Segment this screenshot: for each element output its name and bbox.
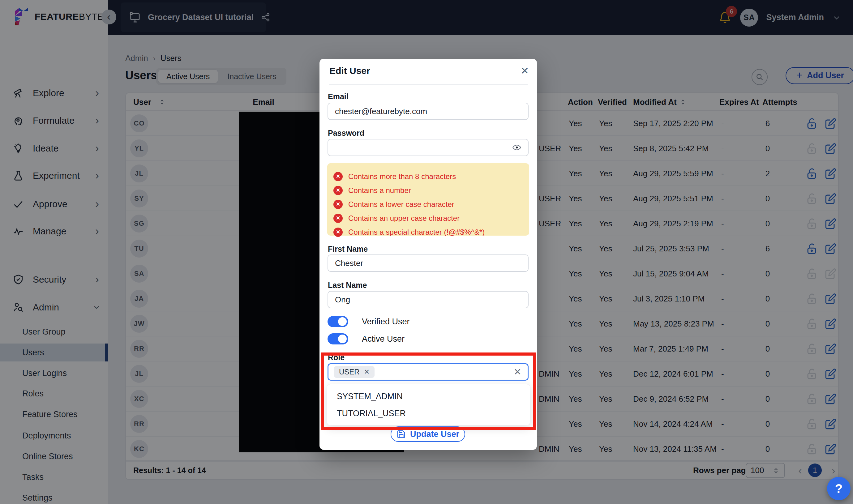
toggle-label: Active User (362, 334, 405, 344)
password-rule: ✕ Contains an upper case character (333, 211, 529, 225)
password-rule: ✕ Contains a special character (!@#$%^&*… (333, 225, 529, 239)
password-rule: ✕ Contains more than 8 characters (333, 169, 529, 183)
annotation-highlight-box (321, 353, 536, 430)
last-name-value: Ong (335, 295, 350, 305)
password-rule-text: Contains a number (348, 186, 411, 195)
first-name-field[interactable]: Chester (327, 254, 529, 272)
modal-title: Edit User (330, 66, 370, 76)
password-label: Password (328, 129, 365, 138)
app-root: FEATUREBYTE Explore › Formulate › Ideate… (0, 0, 853, 504)
verified-user-toggle-row: Verified User (327, 316, 410, 327)
password-rule-text: Contains a lower case character (348, 200, 454, 209)
eye-icon[interactable] (512, 143, 522, 152)
first-name-label: First Name (328, 245, 368, 254)
password-rule-text: Contains an upper case character (348, 214, 460, 223)
last-name-label: Last Name (328, 281, 367, 290)
last-name-field[interactable]: Ong (327, 291, 529, 308)
password-rule: ✕ Contains a lower case character (333, 197, 529, 211)
update-user-label: Update User (410, 430, 459, 439)
toggle-label: Verified User (362, 317, 410, 326)
verified-user-toggle[interactable] (327, 316, 348, 327)
save-icon (396, 430, 406, 439)
circle-x-icon: ✕ (333, 186, 343, 195)
first-name-value: Chester (335, 258, 363, 268)
password-rule-text: Contains more than 8 characters (348, 172, 456, 181)
password-rule: ✕ Contains a number (333, 183, 529, 197)
circle-x-icon: ✕ (333, 172, 343, 181)
email-field[interactable]: chester@featurebyte.com (327, 103, 529, 120)
password-requirements-box: ✕ Contains more than 8 characters ✕ Cont… (327, 163, 529, 236)
password-rule-text: Contains a special character (!@#$%^&*) (348, 228, 485, 236)
circle-x-icon: ✕ (333, 214, 343, 223)
email-label: Email (328, 92, 349, 101)
help-button[interactable]: ? (827, 477, 851, 500)
password-field[interactable] (327, 139, 529, 156)
circle-x-icon: ✕ (333, 228, 343, 237)
close-icon[interactable]: ✕ (520, 65, 529, 77)
modal-divider (329, 85, 528, 85)
active-user-toggle[interactable] (327, 333, 348, 344)
circle-x-icon: ✕ (333, 200, 343, 209)
active-user-toggle-row: Active User (327, 333, 405, 344)
email-value: chester@featurebyte.com (335, 107, 427, 116)
